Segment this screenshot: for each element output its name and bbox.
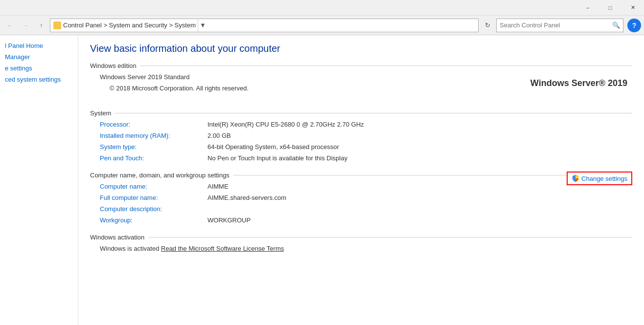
system-type-row: System type: 64-bit Operating System, x6… [90,143,632,151]
pen-touch-label: Pen and Touch: [100,154,207,162]
shield-icon [572,174,579,182]
minimize-button[interactable]: − [576,0,599,16]
workgroup-row: Workgroup: WORKGROUP [90,217,632,224]
edition-left: Windows Server 2019 Standard © 2018 Micr… [90,73,530,100]
close-button[interactable]: ✕ [621,0,644,16]
breadcrumb-text: Control Panel > System and Security > Sy… [63,22,196,29]
main-layout: l Panel Home Manager e settings ced syst… [0,35,644,325]
window-controls: − □ ✕ [576,0,644,16]
edition-name: Windows Server 2019 Standard [100,73,190,81]
activation-text: Windows is activated [100,245,159,252]
system-type-value: 64-bit Operating System, x64-based proce… [207,143,339,151]
windows-edition-section: Windows edition Windows Server 2019 Stan… [90,62,632,100]
computer-name-row: Computer name: AIMME [90,183,632,190]
full-computer-name-row: Full computer name: AIMME.shared-servers… [90,194,632,201]
activation-link[interactable]: Read the Microsoft Software License Term… [161,245,284,252]
svg-rect-2 [575,178,578,182]
windows-brand: Windows Server® 2019 [530,73,632,88]
copyright-text: © 2018 Microsoft Corporation. All rights… [100,85,249,92]
restore-button[interactable]: □ [599,0,621,16]
sidebar-item-panel-home[interactable]: l Panel Home [0,40,78,51]
edition-name-row: Windows Server 2019 Standard [90,73,530,81]
sidebar-item-advanced-settings[interactable]: ced system settings [0,74,78,85]
workgroup-value: WORKGROUP [207,217,251,224]
processor-label: Processor: [100,121,207,128]
page-title: View basic information about your comput… [90,43,632,54]
ram-row: Installed memory (RAM): 2.00 GB [90,132,632,139]
computer-desc-row: Computer description: [90,205,632,213]
sidebar-item-remote-settings[interactable]: e settings [0,63,78,74]
back-button[interactable]: ← [3,19,17,32]
system-header: System [90,109,632,117]
workgroup-label: Workgroup: [100,217,207,224]
full-computer-name-value: AIMME.shared-servers.com [207,194,286,201]
search-icon[interactable]: 🔍 [612,22,620,29]
system-section: System Processor: Intel(R) Xeon(R) CPU E… [90,109,632,162]
full-computer-name-label: Full computer name: [100,194,207,201]
windows-activation-header: Windows activation [90,234,632,241]
copyright-row: © 2018 Microsoft Corporation. All rights… [90,85,530,96]
computer-name-value: AIMME [207,183,229,190]
search-input[interactable] [500,22,610,29]
pen-touch-value: No Pen or Touch Input is available for t… [207,154,347,162]
processor-value: Intel(R) Xeon(R) CPU E5-2680 0 @ 2.70GHz… [207,121,364,128]
computer-desc-label: Computer description: [100,205,207,213]
computer-name-header: Computer name, domain, and workgroup set… [90,172,632,179]
activation-row: Windows is activated Read the Microsoft … [90,245,632,252]
forward-button[interactable]: → [19,19,32,32]
ram-label: Installed memory (RAM): [100,132,207,139]
pen-touch-row: Pen and Touch: No Pen or Touch Input is … [90,154,632,162]
change-settings-label: Change settings [581,175,627,182]
address-bar: ← → ↑ Control Panel > System and Securit… [0,16,644,35]
content-area: View basic information about your comput… [78,35,644,325]
folder-icon [53,22,61,29]
windows-activation-section: Windows activation Windows is activated … [90,234,632,252]
up-button[interactable]: ↑ [34,19,48,32]
change-settings-button[interactable]: Change settings [567,172,632,185]
title-bar: − □ ✕ [0,0,644,16]
sidebar-item-device-manager[interactable]: Manager [0,51,78,63]
processor-row: Processor: Intel(R) Xeon(R) CPU E5-2680 … [90,121,632,128]
ram-value: 2.00 GB [207,132,231,139]
computer-name-label: Computer name: [100,183,207,190]
system-type-label: System type: [100,143,207,151]
edition-row: Windows Server 2019 Standard © 2018 Micr… [90,73,632,100]
address-box[interactable]: Control Panel > System and Security > Sy… [50,19,479,32]
sidebar: l Panel Home Manager e settings ced syst… [0,35,78,325]
address-dropdown-button[interactable]: ▼ [198,19,207,32]
refresh-button[interactable]: ↻ [481,19,494,32]
computer-name-section: Computer name, domain, and workgroup set… [90,172,632,224]
help-button[interactable]: ? [627,19,641,32]
search-box[interactable]: 🔍 [496,19,623,32]
windows-edition-header: Windows edition [90,62,632,69]
